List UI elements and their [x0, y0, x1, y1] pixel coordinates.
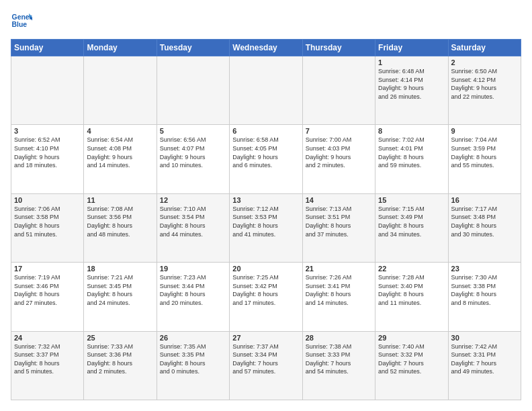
day-number: 11 — [87, 196, 153, 204]
day-info: Sunrise: 7:17 AM Sunset: 3:48 PM Dayligh… — [451, 205, 518, 238]
day-number: 4 — [87, 127, 153, 135]
day-info: Sunrise: 7:37 AM Sunset: 3:34 PM Dayligh… — [232, 342, 299, 376]
calendar-day-cell: 2Sunrise: 6:50 AM Sunset: 4:12 PM Daylig… — [448, 56, 521, 125]
day-number: 19 — [160, 265, 226, 273]
day-info: Sunrise: 6:52 AM Sunset: 4:10 PM Dayligh… — [14, 136, 81, 169]
day-number: 10 — [14, 196, 81, 204]
calendar-day-cell: 18Sunrise: 7:21 AM Sunset: 3:45 PM Dayli… — [84, 263, 157, 331]
calendar-day-cell: 1Sunrise: 6:48 AM Sunset: 4:14 PM Daylig… — [375, 56, 448, 125]
svg-text:Blue: Blue — [12, 21, 28, 28]
day-info: Sunrise: 7:40 AM Sunset: 3:32 PM Dayligh… — [378, 342, 445, 376]
day-number: 7 — [306, 127, 372, 135]
day-info: Sunrise: 6:54 AM Sunset: 4:08 PM Dayligh… — [87, 136, 153, 169]
day-number: 30 — [451, 334, 518, 342]
calendar-day-cell: 27Sunrise: 7:37 AM Sunset: 3:34 PM Dayli… — [230, 331, 302, 400]
day-info: Sunrise: 7:00 AM Sunset: 4:03 PM Dayligh… — [306, 136, 372, 169]
day-info: Sunrise: 7:06 AM Sunset: 3:58 PM Dayligh… — [14, 205, 81, 238]
day-number: 23 — [451, 265, 518, 273]
day-info: Sunrise: 7:02 AM Sunset: 4:01 PM Dayligh… — [378, 136, 445, 169]
logo: General Blue — [11, 11, 32, 32]
day-number: 9 — [451, 127, 518, 135]
calendar-day-cell: 9Sunrise: 7:04 AM Sunset: 3:59 PM Daylig… — [448, 125, 521, 193]
day-number: 24 — [14, 334, 81, 342]
day-info: Sunrise: 7:21 AM Sunset: 3:45 PM Dayligh… — [87, 273, 153, 307]
day-number: 20 — [232, 265, 299, 273]
day-number: 15 — [378, 196, 445, 204]
day-number: 2 — [451, 58, 518, 66]
day-info: Sunrise: 7:19 AM Sunset: 3:46 PM Dayligh… — [14, 273, 81, 307]
day-number: 26 — [160, 334, 226, 342]
calendar-day-header: Friday — [375, 40, 448, 56]
day-number: 13 — [232, 196, 299, 204]
day-info: Sunrise: 7:13 AM Sunset: 3:51 PM Dayligh… — [306, 205, 372, 238]
calendar-day-header: Monday — [84, 40, 157, 56]
calendar-day-cell — [302, 56, 375, 125]
calendar-day-cell: 15Sunrise: 7:15 AM Sunset: 3:49 PM Dayli… — [375, 193, 448, 262]
calendar-day-header: Thursday — [302, 40, 375, 56]
calendar-day-cell: 8Sunrise: 7:02 AM Sunset: 4:01 PM Daylig… — [375, 125, 448, 193]
calendar-day-cell: 22Sunrise: 7:28 AM Sunset: 3:40 PM Dayli… — [375, 263, 448, 331]
calendar-header-row: SundayMondayTuesdayWednesdayThursdayFrid… — [11, 40, 521, 56]
day-number: 5 — [160, 127, 226, 135]
day-info: Sunrise: 7:42 AM Sunset: 3:31 PM Dayligh… — [451, 342, 518, 376]
calendar-day-cell: 14Sunrise: 7:13 AM Sunset: 3:51 PM Dayli… — [302, 193, 375, 262]
day-info: Sunrise: 7:10 AM Sunset: 3:54 PM Dayligh… — [160, 205, 226, 238]
calendar-day-cell: 7Sunrise: 7:00 AM Sunset: 4:03 PM Daylig… — [302, 125, 375, 193]
calendar-day-cell: 3Sunrise: 6:52 AM Sunset: 4:10 PM Daylig… — [11, 125, 84, 193]
calendar-body: 1Sunrise: 6:48 AM Sunset: 4:14 PM Daylig… — [11, 56, 521, 400]
calendar-day-cell: 21Sunrise: 7:26 AM Sunset: 3:41 PM Dayli… — [302, 263, 375, 331]
calendar-day-cell — [11, 56, 84, 125]
calendar-day-cell: 26Sunrise: 7:35 AM Sunset: 3:35 PM Dayli… — [157, 331, 229, 400]
day-number: 27 — [232, 334, 299, 342]
header: General Blue — [11, 11, 521, 32]
day-number: 28 — [306, 334, 372, 342]
calendar-week-row: 24Sunrise: 7:32 AM Sunset: 3:37 PM Dayli… — [11, 331, 521, 400]
calendar-day-cell: 12Sunrise: 7:10 AM Sunset: 3:54 PM Dayli… — [157, 193, 229, 262]
day-info: Sunrise: 7:38 AM Sunset: 3:33 PM Dayligh… — [306, 342, 372, 376]
calendar-day-cell: 20Sunrise: 7:25 AM Sunset: 3:42 PM Dayli… — [230, 263, 302, 331]
day-number: 8 — [378, 127, 445, 135]
calendar-day-cell: 28Sunrise: 7:38 AM Sunset: 3:33 PM Dayli… — [302, 331, 375, 400]
calendar-day-cell: 29Sunrise: 7:40 AM Sunset: 3:32 PM Dayli… — [375, 331, 448, 400]
calendar-day-cell: 16Sunrise: 7:17 AM Sunset: 3:48 PM Dayli… — [448, 193, 521, 262]
day-info: Sunrise: 6:50 AM Sunset: 4:12 PM Dayligh… — [451, 67, 518, 101]
day-info: Sunrise: 7:23 AM Sunset: 3:44 PM Dayligh… — [160, 273, 226, 307]
day-number: 16 — [451, 196, 518, 204]
day-info: Sunrise: 6:58 AM Sunset: 4:05 PM Dayligh… — [232, 136, 299, 169]
day-number: 25 — [87, 334, 153, 342]
calendar-day-cell: 19Sunrise: 7:23 AM Sunset: 3:44 PM Dayli… — [157, 263, 229, 331]
day-number: 1 — [378, 58, 445, 66]
calendar-day-cell: 13Sunrise: 7:12 AM Sunset: 3:53 PM Dayli… — [230, 193, 302, 262]
day-number: 14 — [306, 196, 372, 204]
day-info: Sunrise: 7:15 AM Sunset: 3:49 PM Dayligh… — [378, 205, 445, 238]
day-info: Sunrise: 7:12 AM Sunset: 3:53 PM Dayligh… — [232, 205, 299, 238]
calendar-week-row: 1Sunrise: 6:48 AM Sunset: 4:14 PM Daylig… — [11, 56, 521, 125]
calendar-day-cell: 17Sunrise: 7:19 AM Sunset: 3:46 PM Dayli… — [11, 263, 84, 331]
calendar-day-cell: 23Sunrise: 7:30 AM Sunset: 3:38 PM Dayli… — [448, 263, 521, 331]
calendar-day-cell: 10Sunrise: 7:06 AM Sunset: 3:58 PM Dayli… — [11, 193, 84, 262]
day-number: 21 — [306, 265, 372, 273]
calendar-day-cell: 5Sunrise: 6:56 AM Sunset: 4:07 PM Daylig… — [157, 125, 229, 193]
day-info: Sunrise: 7:08 AM Sunset: 3:56 PM Dayligh… — [87, 205, 153, 238]
calendar-day-header: Wednesday — [230, 40, 302, 56]
day-info: Sunrise: 7:26 AM Sunset: 3:41 PM Dayligh… — [306, 273, 372, 307]
logo-icon: General Blue — [11, 11, 32, 32]
day-number: 12 — [160, 196, 226, 204]
day-number: 3 — [14, 127, 81, 135]
calendar-day-cell: 6Sunrise: 6:58 AM Sunset: 4:05 PM Daylig… — [230, 125, 302, 193]
day-number: 17 — [14, 265, 81, 273]
calendar-day-cell: 4Sunrise: 6:54 AM Sunset: 4:08 PM Daylig… — [84, 125, 157, 193]
day-info: Sunrise: 7:04 AM Sunset: 3:59 PM Dayligh… — [451, 136, 518, 169]
day-info: Sunrise: 6:56 AM Sunset: 4:07 PM Dayligh… — [160, 136, 226, 169]
day-number: 22 — [378, 265, 445, 273]
day-info: Sunrise: 7:28 AM Sunset: 3:40 PM Dayligh… — [378, 273, 445, 307]
day-info: Sunrise: 7:33 AM Sunset: 3:36 PM Dayligh… — [87, 342, 153, 376]
day-number: 18 — [87, 265, 153, 273]
calendar-day-cell: 30Sunrise: 7:42 AM Sunset: 3:31 PM Dayli… — [448, 331, 521, 400]
day-info: Sunrise: 7:25 AM Sunset: 3:42 PM Dayligh… — [232, 273, 299, 307]
calendar-table: SundayMondayTuesdayWednesdayThursdayFrid… — [11, 39, 521, 400]
day-number: 6 — [232, 127, 299, 135]
day-number: 29 — [378, 334, 445, 342]
day-info: Sunrise: 6:48 AM Sunset: 4:14 PM Dayligh… — [378, 67, 445, 101]
calendar-week-row: 10Sunrise: 7:06 AM Sunset: 3:58 PM Dayli… — [11, 193, 521, 262]
